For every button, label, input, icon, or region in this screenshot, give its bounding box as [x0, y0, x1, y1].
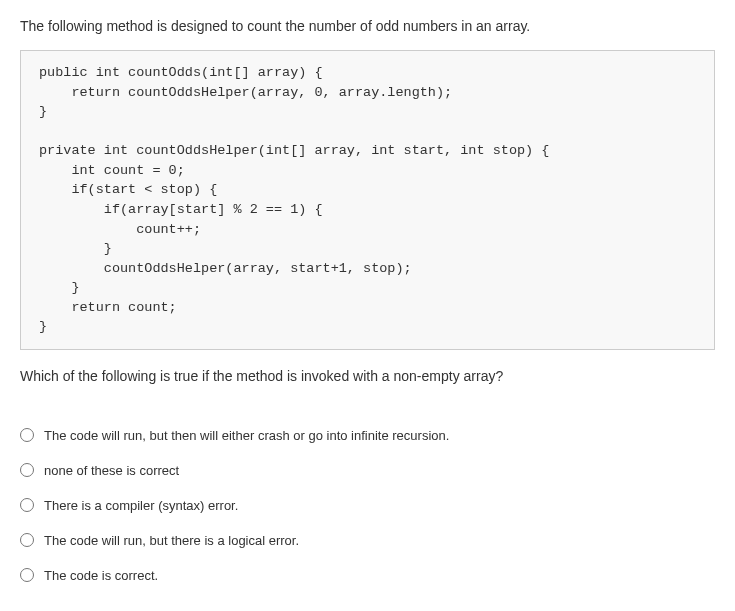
option-label-0[interactable]: The code will run, but then will either … [44, 428, 449, 443]
options-list: The code will run, but then will either … [20, 418, 715, 593]
question-intro: The following method is designed to coun… [20, 18, 715, 34]
option-4[interactable]: The code is correct. [20, 558, 715, 593]
option-0[interactable]: The code will run, but then will either … [20, 418, 715, 453]
question-prompt: Which of the following is true if the me… [20, 368, 715, 384]
option-2[interactable]: There is a compiler (syntax) error. [20, 488, 715, 523]
option-label-2[interactable]: There is a compiler (syntax) error. [44, 498, 238, 513]
radio-option-2[interactable] [20, 498, 34, 512]
option-label-4[interactable]: The code is correct. [44, 568, 158, 583]
option-label-3[interactable]: The code will run, but there is a logica… [44, 533, 299, 548]
radio-option-1[interactable] [20, 463, 34, 477]
radio-option-4[interactable] [20, 568, 34, 582]
radio-option-0[interactable] [20, 428, 34, 442]
option-1[interactable]: none of these is correct [20, 453, 715, 488]
option-label-1[interactable]: none of these is correct [44, 463, 179, 478]
code-block: public int countOdds(int[] array) { retu… [20, 50, 715, 350]
option-3[interactable]: The code will run, but there is a logica… [20, 523, 715, 558]
radio-option-3[interactable] [20, 533, 34, 547]
